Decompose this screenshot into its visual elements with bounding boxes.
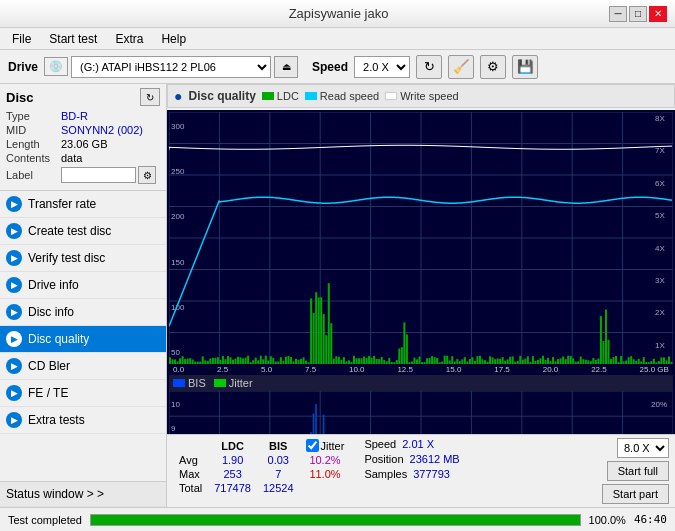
legend-jitter: Jitter <box>214 377 253 389</box>
drive-select[interactable]: (G:) ATAPI iHBS112 2 PL06 <box>71 56 271 78</box>
nav-icon-disc-quality: ▶ <box>6 331 22 347</box>
nav-transfer-rate[interactable]: ▶ Transfer rate <box>0 191 166 218</box>
speed-row: Speed 2.01 X <box>364 438 459 450</box>
bis-chart-area: 0.02.55.07.510.012.515.017.520.022.525.0… <box>169 391 673 434</box>
minimize-button[interactable]: ─ <box>609 6 627 22</box>
nav-create-test-disc[interactable]: ▶ Create test disc <box>0 218 166 245</box>
close-button[interactable]: ✕ <box>649 6 667 22</box>
chart-quality-title: Disc quality <box>188 89 255 103</box>
nav-icon-fe-te: ▶ <box>6 385 22 401</box>
bis-legend: BIS Jitter <box>169 375 673 391</box>
nav-icon-drive-info: ▶ <box>6 277 22 293</box>
nav-drive-info[interactable]: ▶ Drive info <box>0 272 166 299</box>
progress-bar <box>91 515 580 525</box>
nav-disc-quality[interactable]: ▶ Disc quality <box>0 326 166 353</box>
jitter-checkbox-cell: Jitter <box>300 438 351 453</box>
nav-icon-create-test-disc: ▶ <box>6 223 22 239</box>
status-window-button[interactable]: Status window > > <box>0 482 166 507</box>
mid-value: SONYNN2 (002) <box>61 124 143 136</box>
mid-label: MID <box>6 124 61 136</box>
max-jitter: 11.0% <box>300 467 351 481</box>
type-label: Type <box>6 110 61 122</box>
disc-section: Disc ↻ Type BD-R MID SONYNN2 (002) Lengt… <box>0 84 166 191</box>
avg-jitter: 10.2% <box>300 453 351 467</box>
jitter-checkbox-label: Jitter <box>306 439 345 452</box>
nav-icon-transfer-rate: ▶ <box>6 196 22 212</box>
nav-verify-test-disc[interactable]: ▶ Verify test disc <box>0 245 166 272</box>
col-ldc: LDC <box>208 438 257 453</box>
nav-label-extra-tests: Extra tests <box>28 413 85 427</box>
max-ldc: 253 <box>208 467 257 481</box>
position-row: Position 23612 MB <box>364 453 459 465</box>
status-text: Test completed <box>8 514 82 526</box>
speed-label-stat: Speed <box>364 438 396 450</box>
nav-label-create-test-disc: Create test disc <box>28 224 111 238</box>
total-ldc: 717478 <box>208 481 257 495</box>
window-controls: ─ □ ✕ <box>609 6 667 22</box>
position-value: 23612 MB <box>410 453 460 465</box>
menu-bar: File Start test Extra Help <box>0 28 675 50</box>
label-settings-button[interactable]: ⚙ <box>138 166 156 184</box>
nav-extra-tests[interactable]: ▶ Extra tests <box>0 407 166 434</box>
drive-icon: 💿 <box>44 57 68 76</box>
total-bis: 12524 <box>257 481 300 495</box>
speed-info: Speed 2.01 X Position 23612 MB Samples 3… <box>364 438 459 480</box>
jitter-checkbox[interactable] <box>306 439 319 452</box>
nav-icon-verify-test-disc: ▶ <box>6 250 22 266</box>
nav-fe-te[interactable]: ▶ FE / TE <box>0 380 166 407</box>
legend-read-speed: Read speed <box>305 90 379 102</box>
speed-label: Speed <box>312 60 348 74</box>
contents-label: Contents <box>6 152 61 164</box>
save-icon[interactable]: 💾 <box>512 55 538 79</box>
total-jitter-empty <box>300 481 351 495</box>
contents-value: data <box>61 152 82 164</box>
chart1-x-labels: 0.02.55.07.510.012.515.017.520.022.525.0… <box>169 364 673 375</box>
left-panel: Disc ↻ Type BD-R MID SONYNN2 (002) Lengt… <box>0 84 167 507</box>
bis-chart <box>169 391 673 434</box>
maximize-button[interactable]: □ <box>629 6 647 22</box>
eject-button[interactable]: ⏏ <box>274 56 298 78</box>
samples-label: Samples <box>364 468 407 480</box>
nav-label-verify-test-disc: Verify test disc <box>28 251 105 265</box>
legend-ldc-color <box>262 92 274 100</box>
status-bar: Test completed 100.0% 46:40 <box>0 507 675 531</box>
status-time: 46:40 <box>634 513 667 526</box>
avg-label: Avg <box>173 453 208 467</box>
disc-refresh-button[interactable]: ↻ <box>140 88 160 106</box>
start-full-button[interactable]: Start full <box>607 461 669 481</box>
avg-bis: 0.03 <box>257 453 300 467</box>
nav-label-disc-quality: Disc quality <box>28 332 89 346</box>
nav-label-cd-bler: CD Bler <box>28 359 70 373</box>
charts-container: 0.02.55.07.510.012.515.017.520.022.525.0… <box>167 110 675 434</box>
nav-icon-cd-bler: ▶ <box>6 358 22 374</box>
menu-extra[interactable]: Extra <box>107 30 151 48</box>
title-bar: Zapisywanie jako ─ □ ✕ <box>0 0 675 28</box>
nav-cd-bler[interactable]: ▶ CD Bler <box>0 353 166 380</box>
total-label: Total <box>173 481 208 495</box>
speed-value-stat: 2.01 X <box>402 438 434 450</box>
samples-value: 377793 <box>413 468 450 480</box>
refresh-icon[interactable]: ↻ <box>416 55 442 79</box>
length-label: Length <box>6 138 61 150</box>
start-part-button[interactable]: Start part <box>602 484 669 504</box>
chart-quality-header: ● Disc quality LDC Read speed Write spee… <box>167 84 675 108</box>
nav-disc-info[interactable]: ▶ Disc info <box>0 299 166 326</box>
ldc-chart <box>169 112 673 364</box>
menu-start-test[interactable]: Start test <box>41 30 105 48</box>
eraser-icon[interactable]: 🧹 <box>448 55 474 79</box>
stats-table: LDC BIS Jitter Avg 1.90 0.03 10.2% <box>173 438 350 495</box>
speed-select[interactable]: 2.0 X <box>354 56 410 78</box>
nav-label-transfer-rate: Transfer rate <box>28 197 96 211</box>
nav-label-disc-info: Disc info <box>28 305 74 319</box>
menu-help[interactable]: Help <box>153 30 194 48</box>
quality-speed-select[interactable]: 8.0 X <box>617 438 669 458</box>
legend-ldc: LDC <box>262 90 299 102</box>
settings-icon[interactable]: ⚙ <box>480 55 506 79</box>
max-label: Max <box>173 467 208 481</box>
type-value: BD-R <box>61 110 88 122</box>
col-bis: BIS <box>257 438 300 453</box>
menu-file[interactable]: File <box>4 30 39 48</box>
legend-bis: BIS <box>173 377 206 389</box>
label-input[interactable] <box>61 167 136 183</box>
legend-read-speed-color <box>305 92 317 100</box>
